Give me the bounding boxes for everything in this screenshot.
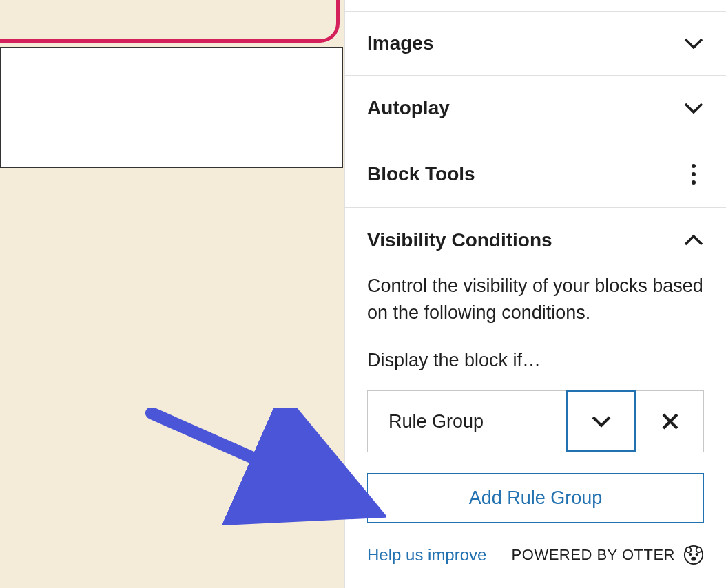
rule-group-label: Rule Group (388, 411, 484, 432)
visibility-description: Control the visibility of your blocks ba… (367, 273, 704, 326)
visibility-panel-body: Control the visibility of your blocks ba… (345, 273, 726, 538)
add-rule-group-label: Add Rule Group (469, 487, 603, 509)
panel-images-title: Images (367, 32, 434, 54)
svg-point-5 (689, 553, 692, 556)
svg-point-6 (696, 553, 698, 556)
settings-sidebar: Images Autoplay Block Tools Visibility C… (344, 0, 726, 588)
panel-autoplay[interactable]: Autoplay (345, 76, 726, 140)
rule-group-row: Rule Group (367, 390, 704, 452)
display-if-label: Display the block if… (367, 350, 704, 371)
panel-visibility-conditions[interactable]: Visibility Conditions (345, 208, 726, 273)
powered-by-text: POWERED BY OTTER (512, 546, 675, 564)
rule-group-select[interactable]: Rule Group (367, 390, 568, 452)
more-vertical-icon[interactable] (683, 164, 704, 185)
editor-block[interactable] (0, 47, 343, 168)
rule-group-delete-button[interactable] (636, 390, 704, 452)
panel-block-tools-title: Block Tools (367, 163, 475, 185)
powered-by: POWERED BY OTTER (512, 545, 704, 565)
panel-block-tools[interactable]: Block Tools (345, 140, 726, 208)
panel-autoplay-title: Autoplay (367, 97, 450, 119)
svg-point-4 (696, 547, 702, 553)
add-rule-group-button[interactable]: Add Rule Group (367, 473, 704, 523)
panel-visibility-title: Visibility Conditions (367, 229, 552, 251)
rule-group-expand-button[interactable] (566, 390, 636, 452)
chevron-down-icon (683, 98, 704, 118)
help-us-improve-link[interactable]: Help us improve (367, 545, 486, 565)
panel-images[interactable]: Images (345, 11, 726, 76)
svg-point-7 (691, 557, 696, 561)
chevron-up-icon (683, 230, 704, 251)
otter-icon (683, 545, 704, 565)
close-icon (661, 412, 679, 430)
chevron-down-icon (591, 415, 612, 428)
chevron-down-icon (683, 33, 704, 54)
svg-point-3 (686, 547, 692, 553)
editor-canvas[interactable] (0, 0, 344, 588)
panel-footer: Help us improve POWERED BY OTTER (345, 538, 726, 572)
selected-block-highlight[interactable] (0, 0, 340, 43)
